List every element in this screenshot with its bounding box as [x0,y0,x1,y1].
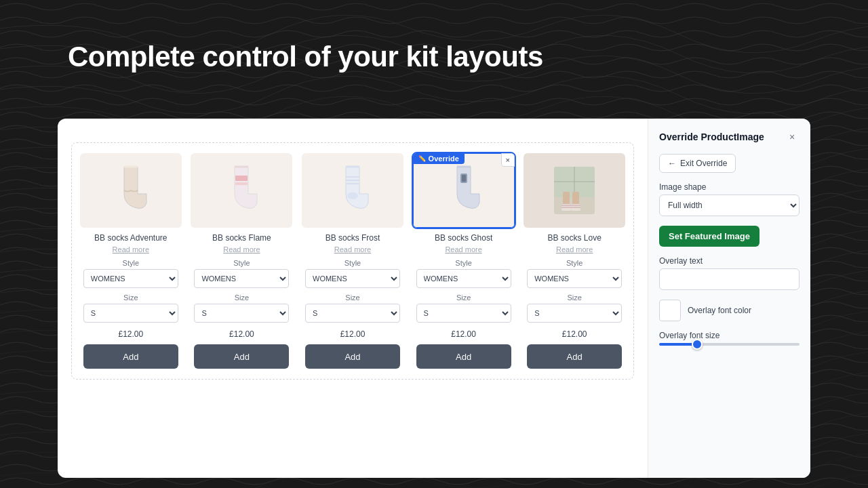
override-badge-label: Override [429,155,459,163]
add-button-3[interactable]: Add [305,344,400,369]
font-size-slider[interactable] [659,343,800,346]
price-3: £12.00 [340,329,366,339]
overlay-text-label: Overlay text [659,256,800,266]
style-label-1: Style [123,259,139,267]
price-2: £12.00 [229,329,254,339]
product-name-5: BB socks Love [548,233,601,243]
read-more-1[interactable]: Read more [113,245,149,253]
style-label-4: Style [455,259,471,267]
image-shape-select[interactable]: Full width Square Portrait Landscape [659,195,800,216]
style-select-2[interactable]: WOMENS MENS [194,269,289,288]
product-card-4: ✏️ Override × BB socks Ghost Read more S… [412,153,516,369]
product-image-3 [302,153,403,228]
product-grid-border: BB socks Adventure Read more Style WOMEN… [71,142,634,380]
style-label-5: Style [566,259,583,267]
override-badge: ✏️ Override [413,153,465,164]
size-label-2: Size [235,293,249,302]
style-label-2: Style [233,259,250,267]
size-select-2[interactable]: S M L [194,304,289,323]
product-name-1: BB socks Adventure [94,233,167,243]
size-label-5: Size [567,293,581,302]
style-select-3[interactable]: WOMENS MENS [305,269,400,288]
size-select-4[interactable]: S M L [416,304,511,323]
product-grid: BB socks Adventure Read more Style WOMEN… [79,153,627,369]
size-select-5[interactable]: S M L [527,304,622,323]
panel-header: Override ProductImage × [659,129,800,144]
product-name-3: BB socks Frost [326,233,380,243]
color-swatch[interactable] [659,300,681,321]
product-image-1 [80,153,182,228]
hero-title: Complete control of your kit layouts [68,41,543,73]
panel-title: Override ProductImage [659,131,764,142]
overlay-text-input[interactable] [659,268,800,290]
read-more-4[interactable]: Read more [445,245,481,253]
override-icon: ✏️ [418,155,426,162]
size-select-3[interactable]: S M L [305,304,400,323]
override-panel: Override ProductImage × ← Exit Override … [648,119,810,478]
add-button-4[interactable]: Add [416,344,511,369]
size-label-3: Size [345,293,359,302]
price-4: £12.00 [451,329,476,339]
overlay-font-color-label: Overlay font color [688,306,751,315]
style-select-4[interactable]: WOMENS MENS [416,269,511,288]
size-label-1: Size [123,293,138,302]
svg-rect-1 [235,176,248,181]
read-more-5[interactable]: Read more [556,245,593,253]
override-wrapper: ✏️ Override × [413,153,515,228]
read-more-2[interactable]: Read more [223,245,260,253]
size-select-1[interactable]: S M L [83,304,178,323]
slider-wrapper [659,343,800,346]
price-1: £12.00 [118,329,143,339]
product-image-2 [191,153,292,228]
product-name-2: BB socks Flame [212,233,271,243]
exit-override-button[interactable]: ← Exit Override [659,154,736,173]
product-image-4: ✏️ Override × [413,153,515,228]
product-name-4: BB socks Ghost [435,233,492,243]
style-label-3: Style [344,259,361,267]
override-close-button[interactable]: × [501,153,515,167]
read-more-3[interactable]: Read more [334,245,371,253]
exit-override-label: Exit Override [680,159,727,168]
panel-close-button[interactable]: × [785,129,800,144]
image-shape-field: Image shape Full width Square Portrait L… [659,182,800,216]
set-featured-image-button[interactable]: Set Featured Image [659,226,760,247]
product-card-3: BB socks Frost Read more Style WOMENS ME… [300,153,405,369]
add-button-1[interactable]: Add [83,344,178,369]
back-arrow-icon: ← [668,159,676,168]
product-card-2: BB socks Flame Read more Style WOMENS ME… [190,153,294,369]
image-shape-label: Image shape [659,182,800,192]
overlay-font-color-field: Overlay font color [659,300,800,321]
add-button-5[interactable]: Add [527,344,622,369]
product-area: BB socks Adventure Read more Style WOMEN… [58,119,648,478]
svg-point-3 [347,192,358,199]
main-card: BB socks Adventure Read more Style WOMEN… [58,119,810,478]
style-select-1[interactable]: WOMENS MENS [83,269,178,288]
product-card-1: BB socks Adventure Read more Style WOMEN… [79,153,183,369]
product-image-5 [524,153,625,228]
svg-rect-2 [235,182,248,185]
size-label-4: Size [456,293,471,302]
overlay-font-size-field: Overlay font size [659,331,800,346]
style-select-5[interactable]: WOMENS MENS [527,269,622,288]
price-5: £12.00 [562,329,587,339]
product-card-5: BB socks Love Read more Style WOMENS MEN… [522,153,627,369]
add-button-2[interactable]: Add [194,344,289,369]
overlay-text-field: Overlay text [659,256,800,290]
